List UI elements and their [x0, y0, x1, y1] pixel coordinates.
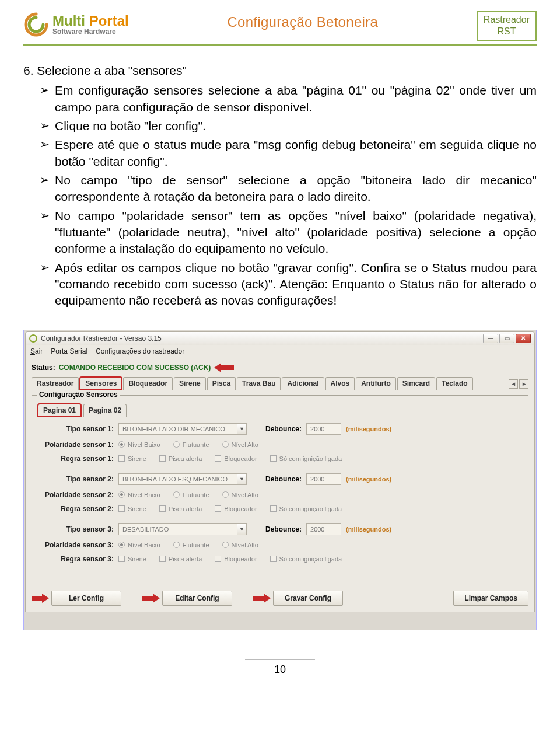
label-regra-2: Regra sensor 2:	[38, 505, 114, 513]
chk-sirene-1[interactable]: Sirene	[118, 455, 146, 462]
chk-ignicao-1[interactable]: Só com ignição ligada	[270, 455, 342, 462]
app-icon	[29, 334, 37, 343]
badge-line1: Rastreador	[484, 14, 530, 26]
button-row: Ler Config Editar Config Gravar Config L…	[32, 591, 528, 606]
tab-sirene[interactable]: Sirene	[174, 377, 206, 390]
tab-scroll-left[interactable]: ◂	[509, 379, 518, 389]
tab-adicional[interactable]: Adicional	[282, 377, 324, 390]
status-label: Status:	[32, 364, 55, 372]
tab-rastreador[interactable]: Rastreador	[32, 377, 79, 390]
logo-text-b: Portal	[85, 13, 129, 29]
chk-bloqueador-3[interactable]: Bloqueador	[215, 556, 257, 563]
radio-flutuante-1[interactable]: Flutuante	[173, 441, 209, 448]
tab-bloqueador[interactable]: Bloqueador	[123, 377, 173, 390]
groupbox-config-sensores: Configuração Sensores Pagina 01 Pagina 0…	[32, 395, 528, 581]
chk-pisca-2[interactable]: Pisca alerta	[159, 505, 202, 512]
radio-nivel-baixo-3[interactable]: Nível Baixo	[118, 542, 160, 549]
input-debounce-1[interactable]: 2000	[306, 423, 341, 435]
subtab-pagina-02[interactable]: Pagina 02	[83, 404, 127, 417]
sensor-block-1: Tipo sensor 1: BITONEIRA LADO DIR MECANI…	[38, 423, 522, 463]
input-debounce-2[interactable]: 2000	[306, 473, 341, 485]
close-button[interactable]: ✕	[516, 334, 531, 343]
main-tabs: Rastreador Sensores Bloqueador Sirene Pi…	[32, 377, 528, 390]
label-regra-1: Regra sensor 1:	[38, 455, 114, 463]
combo-tipo-sensor-3[interactable]: DESABILITADO ▼	[118, 523, 247, 535]
tab-sensores[interactable]: Sensores	[80, 377, 122, 390]
logo: Multi Portal Software Hardware	[23, 12, 129, 37]
logo-swirl-icon	[23, 12, 49, 37]
radio-nivel-alto-3[interactable]: Nível Alto	[222, 542, 258, 549]
chk-pisca-1[interactable]: Pisca alerta	[159, 455, 202, 462]
chk-sirene-2[interactable]: Sirene	[118, 505, 146, 512]
sub-tabs: Pagina 01 Pagina 02	[38, 404, 522, 417]
label-tipo-sensor-2: Tipo sensor 2:	[38, 475, 114, 483]
chk-ignicao-3[interactable]: Só com ignição ligada	[270, 556, 342, 563]
radio-flutuante-3[interactable]: Flutuante	[173, 542, 209, 549]
chk-sirene-3[interactable]: Sirene	[118, 556, 146, 563]
menubar: Sair Porta Serial Configurações do rastr…	[25, 345, 535, 357]
radio-nivel-alto-2[interactable]: Nível Alto	[222, 491, 258, 498]
tab-alvos[interactable]: Alvos	[326, 377, 355, 390]
editar-config-button[interactable]: Editar Config	[162, 591, 232, 606]
tab-scroll-right[interactable]: ▸	[519, 379, 528, 389]
arrow-left-icon	[214, 363, 234, 372]
menu-config-rastreador[interactable]: Configurações do rastreador	[96, 347, 184, 355]
sensor-block-2: Tipo sensor 2: BITONEIRA LADO ESQ MECANI…	[38, 473, 522, 513]
combo-tipo-sensor-1[interactable]: BITONEIRA LADO DIR MECANICO ▼	[118, 423, 247, 435]
svg-marker-2	[32, 594, 49, 603]
unit-ms-1: (milisegundos)	[346, 425, 391, 432]
menu-sair[interactable]: Sair	[30, 347, 43, 355]
instruction-list: Em configuração sensores selecione a aba…	[23, 82, 537, 309]
chk-ignicao-2[interactable]: Só com ignição ligada	[270, 505, 342, 512]
label-tipo-sensor-3: Tipo sensor 3:	[38, 525, 114, 533]
ler-config-button[interactable]: Ler Config	[51, 591, 121, 606]
chk-bloqueador-1[interactable]: Bloqueador	[215, 455, 257, 462]
sensor-block-3: Tipo sensor 3: DESABILITADO ▼ Debounce: …	[38, 523, 522, 563]
app-screenshot: Configurador Rastreador - Versão 3.15 — …	[23, 330, 537, 630]
svg-marker-1	[214, 363, 234, 372]
label-tipo-sensor-1: Tipo sensor 1:	[38, 425, 114, 433]
product-badge: Rastreador RST	[477, 11, 537, 41]
label-polaridade-2: Polaridade sensor 2:	[38, 491, 114, 499]
label-debounce-1: Debounce:	[265, 425, 302, 433]
instruction-item: Espere até que o status mude para "msg c…	[40, 137, 537, 170]
tab-pisca[interactable]: Pisca	[207, 377, 236, 390]
arrow-right-icon	[253, 594, 271, 603]
instruction-item: Em configuração sensores selecione a aba…	[40, 82, 537, 116]
tab-simcard[interactable]: Simcard	[397, 377, 435, 390]
chevron-down-icon: ▼	[237, 474, 246, 484]
badge-line2: RST	[484, 26, 530, 37]
instruction-item: No campo "polaridade sensor" tem as opçõ…	[40, 208, 537, 257]
label-polaridade-3: Polaridade sensor 3:	[38, 541, 114, 549]
page-number: 10	[245, 659, 315, 676]
limpar-campos-button[interactable]: Limpar Campos	[453, 591, 528, 606]
status-value: COMANDO RECEBIDO COM SUCESSO (ACK)	[59, 364, 211, 372]
maximize-button[interactable]: ▭	[499, 334, 514, 343]
subtab-pagina-01[interactable]: Pagina 01	[38, 404, 81, 417]
combo-tipo-sensor-2[interactable]: BITONEIRA LADO ESQ MECANICO ▼	[118, 473, 247, 485]
radio-nivel-baixo-1[interactable]: Nível Baixo	[118, 441, 160, 448]
chk-pisca-3[interactable]: Pisca alerta	[159, 556, 202, 563]
radio-nivel-alto-1[interactable]: Nível Alto	[222, 441, 258, 448]
radio-flutuante-2[interactable]: Flutuante	[173, 491, 209, 498]
window-title: Configurador Rastreador - Versão 3.15	[41, 334, 480, 343]
chk-bloqueador-2[interactable]: Bloqueador	[215, 505, 257, 512]
tab-teclado[interactable]: Teclado	[436, 377, 473, 390]
label-debounce-3: Debounce:	[265, 525, 302, 533]
chevron-down-icon: ▼	[237, 424, 246, 434]
label-regra-3: Regra sensor 3:	[38, 555, 114, 563]
unit-ms-3: (milisegundos)	[346, 526, 391, 533]
input-debounce-3[interactable]: 2000	[306, 523, 341, 535]
svg-marker-4	[253, 594, 271, 603]
tab-trava-bau[interactable]: Trava Bau	[237, 377, 281, 390]
unit-ms-2: (milisegundos)	[346, 476, 391, 483]
instruction-item: Clique no botão "ler config".	[40, 118, 537, 134]
tab-antifurto[interactable]: Antifurto	[356, 377, 396, 390]
minimize-button[interactable]: —	[483, 334, 498, 343]
logo-subtitle: Software Hardware	[52, 28, 129, 35]
groupbox-legend: Configuração Sensores	[37, 390, 120, 399]
menu-porta-serial[interactable]: Porta Serial	[51, 347, 88, 355]
svg-marker-3	[142, 594, 160, 603]
radio-nivel-baixo-2[interactable]: Nível Baixo	[118, 491, 160, 498]
gravar-config-button[interactable]: Gravar Config	[273, 591, 343, 606]
